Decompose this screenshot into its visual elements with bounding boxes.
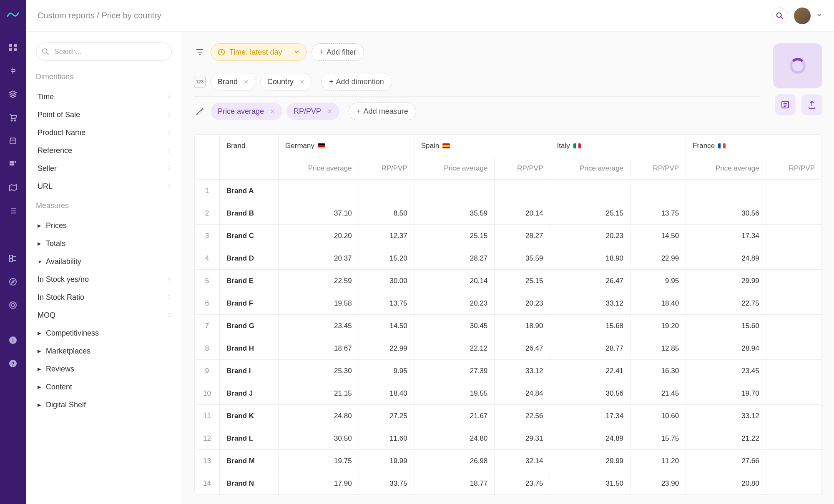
breadcrumb-parent[interactable]: Custom reports [38,11,95,20]
row-index: 2 [195,202,220,225]
country-column-header[interactable]: Italy [550,135,686,157]
subheader[interactable]: Price average [550,157,631,180]
value-cell: 28.27 [495,225,550,247]
nav-info[interactable]: i [5,333,20,348]
brand-column-header[interactable]: Brand [220,135,279,157]
brand-cell: Brand G [220,315,279,337]
nav-dashboard[interactable] [5,40,20,55]
subheader[interactable]: Price average [279,157,359,180]
measure-item[interactable]: MOQ⠿ [36,306,172,324]
value-cell [631,180,686,202]
add-dimension-button[interactable]: +Add dimention [321,73,392,90]
remove-chip-icon[interactable]: ✕ [327,108,332,115]
brand-cell: Brand J [220,382,279,405]
value-cell: 22.99 [359,337,414,360]
drag-handle-icon[interactable]: ⠿ [167,148,170,154]
remove-chip-icon[interactable]: ✕ [299,78,305,86]
nav-store[interactable] [5,133,20,148]
nav-cart[interactable] [5,110,20,125]
subheader[interactable]: Price average [686,157,766,180]
drag-handle-icon[interactable]: ⠿ [167,312,170,319]
value-cell: 18.90 [495,315,550,337]
value-cell [766,270,821,292]
time-filter-chip[interactable]: Time: latest day [211,43,306,61]
measures-section-label: Measures [36,201,172,210]
svg-text:i: i [12,337,14,344]
dimension-item[interactable]: Point of Sale⠿ [36,106,172,124]
nav-map[interactable] [5,180,20,195]
value-cell: 19.99 [359,450,414,472]
dimension-item[interactable]: Product Name⠿ [36,124,172,142]
notes-button[interactable] [775,94,796,115]
drag-handle-icon[interactable]: ⠿ [167,183,170,190]
subheader[interactable]: RP/PVP [766,157,821,180]
dimension-chip[interactable]: Brand✕ [211,73,256,90]
dimension-item[interactable]: Seller⠿ [36,160,172,178]
user-avatar[interactable] [794,8,811,24]
remove-chip-icon[interactable]: ✕ [244,78,249,86]
country-column-header[interactable]: Germany [279,135,414,157]
drag-handle-icon[interactable]: ⠿ [167,130,170,136]
measure-item[interactable]: In Stock yes/no⠿ [36,271,172,288]
dimension-item[interactable]: Time⠿ [36,88,172,106]
table-row: 6Brand F19.5813.7520.2320.2333.1218.4022… [195,292,822,315]
drag-handle-icon[interactable]: ⠿ [167,276,170,283]
value-cell: 21.45 [631,382,686,405]
user-menu-chevron[interactable] [816,12,822,20]
visualization-type-button[interactable] [773,43,822,88]
measure-item[interactable]: In Stock Ratio⠿ [36,288,172,306]
measure-group-totals[interactable]: ▶Totals [36,235,172,253]
measure-chip[interactable]: Price average✕ [211,103,282,120]
measure-chip[interactable]: RP/PVP✕ [286,103,339,120]
dimension-item[interactable]: Reference⠿ [36,142,172,160]
nav-pricing[interactable] [5,63,20,78]
row-index: 12 [195,427,220,450]
svg-point-4 [11,120,13,121]
svg-rect-6 [10,161,12,163]
subheader[interactable]: RP/PVP [631,157,686,180]
nav-layers[interactable] [5,87,20,102]
value-cell: 28.27 [414,247,495,270]
subheader[interactable]: RP/PVP [495,157,550,180]
nav-help[interactable]: ? [5,356,20,371]
value-cell: 19.20 [631,315,686,337]
value-cell: 37.10 [279,202,359,225]
breadcrumb-current: Price by country [101,11,161,20]
measure-group-prices[interactable]: ▶Prices [36,217,172,235]
dimension-item[interactable]: URL⠿ [36,178,172,196]
nav-target[interactable] [5,298,20,313]
drag-handle-icon[interactable]: ⠿ [167,165,170,172]
export-button[interactable] [801,94,822,115]
measure-group-content[interactable]: ▶Content [36,378,172,396]
value-cell: 30.56 [686,202,766,225]
measure-group-reviews[interactable]: ▶Reviews [36,360,172,378]
global-search-button[interactable] [771,8,788,24]
add-measure-button[interactable]: +Add measure [349,103,416,120]
fields-panel: Dimentions Time⠿Point of Sale⠿Product Na… [26,32,182,504]
subheader[interactable]: Price average [414,157,495,180]
drag-handle-icon[interactable]: ⠿ [167,112,170,118]
measure-group-availability[interactable]: ▼Availability [36,253,172,271]
measure-group-digital-shelf[interactable]: ▶Digital Shelf [36,396,172,414]
nav-grid[interactable] [5,157,20,172]
subheader[interactable]: RP/PVP [359,157,414,180]
brand-cell: Brand I [220,360,279,382]
nav-checklist[interactable] [5,251,20,266]
svg-rect-8 [15,161,16,163]
nav-list[interactable] [5,203,20,218]
dimension-chip[interactable]: Country✕ [260,73,312,90]
add-filter-button[interactable]: +Add filter [311,43,364,61]
fields-search-input[interactable] [36,43,172,61]
country-column-header[interactable]: Spain [414,135,550,157]
drag-handle-icon[interactable]: ⠿ [167,94,170,100]
nav-compass[interactable] [5,274,20,289]
drag-handle-icon[interactable]: ⠿ [167,294,170,301]
remove-chip-icon[interactable]: ✕ [270,108,275,115]
measure-group-competitiveness[interactable]: ▶Competitiviness [36,324,172,342]
plus-icon: + [357,107,361,116]
plus-icon: + [319,48,324,57]
value-cell [766,405,821,427]
country-column-header[interactable]: France [686,135,822,157]
measure-group-marketplaces[interactable]: ▶Marketplaces [36,342,172,360]
value-cell: 20.14 [495,202,550,225]
